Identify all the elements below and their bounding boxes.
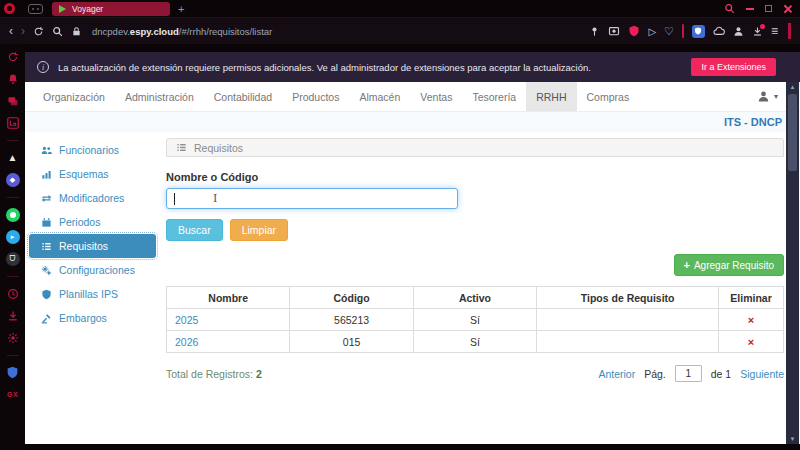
back-icon[interactable]: ‹ bbox=[9, 24, 13, 38]
table-header-row: NombreCódigoActivoTipos de RequisitoElim… bbox=[167, 287, 784, 309]
rail-divider bbox=[7, 197, 19, 198]
user-menu[interactable]: ▾ bbox=[757, 82, 778, 111]
send-icon[interactable]: ▷ bbox=[648, 26, 656, 37]
site-white-icon[interactable]: ▲ bbox=[5, 150, 20, 165]
cards-icon[interactable] bbox=[5, 93, 20, 108]
sidebar-item-embargos[interactable]: Embargos bbox=[29, 306, 156, 330]
edge-accent bbox=[788, 23, 791, 39]
discord-icon[interactable]: ᗜ bbox=[5, 251, 20, 266]
download-icon[interactable] bbox=[752, 26, 763, 37]
browser-tab[interactable]: Voyager bbox=[52, 2, 170, 16]
search-key-icon[interactable] bbox=[52, 26, 63, 37]
delete-x-icon[interactable]: × bbox=[719, 309, 784, 331]
menu-icon[interactable]: ≡ bbox=[771, 24, 778, 38]
gx-corner-icon[interactable] bbox=[5, 115, 20, 130]
minimize-icon[interactable] bbox=[746, 8, 754, 10]
search-icon[interactable] bbox=[724, 3, 735, 14]
notification-message: La actualización de extensión requiere p… bbox=[58, 62, 591, 73]
nombre-link[interactable]: 2025 bbox=[167, 309, 290, 331]
profile-icon[interactable] bbox=[733, 26, 744, 37]
sidebar-item-funcionarios[interactable]: Funcionarios bbox=[29, 138, 156, 162]
sidebar-item-esquemas[interactable]: Esquemas bbox=[29, 162, 156, 186]
list-icon bbox=[176, 142, 187, 153]
nombre-link[interactable]: 2026 bbox=[167, 331, 290, 353]
i-exchange-icon bbox=[41, 193, 52, 204]
browser-window: Voyager + ‹ › dncpdev.espy.cloud/#/rrhh/… bbox=[0, 0, 800, 450]
org-strip: ITS - DNCP bbox=[25, 112, 800, 132]
app-top-nav: OrganizaciónAdministraciónContabilidadPr… bbox=[25, 82, 800, 112]
tab-tiling-icon[interactable] bbox=[28, 4, 43, 14]
page-scrollbar[interactable]: ▲ ▼ bbox=[786, 82, 799, 444]
scrollbar-thumb[interactable] bbox=[788, 94, 797, 171]
scroll-down-icon[interactable]: ▼ bbox=[790, 434, 796, 444]
settings-icon[interactable] bbox=[5, 330, 20, 345]
panel-title: Requisitos bbox=[194, 142, 243, 154]
of-pages-label: de 1 bbox=[711, 368, 731, 380]
nav-tab-productos[interactable]: Productos bbox=[282, 82, 349, 111]
maximize-icon[interactable] bbox=[765, 5, 772, 12]
nav-tab-contabilidad[interactable]: Contabilidad bbox=[204, 82, 282, 111]
sidebar-item-planillas-ips[interactable]: Planillas IPS bbox=[29, 282, 156, 306]
nav-tab-administracion[interactable]: Administración bbox=[115, 82, 204, 111]
toolbar-divider bbox=[682, 24, 684, 38]
close-icon[interactable] bbox=[783, 4, 792, 13]
nav-tab-rrhh[interactable]: RRHH bbox=[526, 82, 576, 111]
forward-icon[interactable]: › bbox=[21, 24, 25, 38]
requisitos-table: NombreCódigoActivoTipos de RequisitoElim… bbox=[166, 286, 784, 353]
telegram-icon[interactable]: ▸ bbox=[5, 229, 20, 244]
text-caret bbox=[174, 193, 175, 205]
new-tab-button[interactable]: + bbox=[178, 4, 184, 14]
col-header-codigo: Código bbox=[290, 287, 413, 309]
sidebar-item-label: Embargos bbox=[59, 312, 107, 324]
extension-icon[interactable] bbox=[692, 25, 705, 38]
whatsapp-icon[interactable] bbox=[5, 207, 20, 222]
col-header-eliminar: Eliminar bbox=[719, 287, 784, 309]
search-field-label: Nombre o Código bbox=[166, 171, 784, 183]
table-row: 2025565213Sí× bbox=[167, 309, 784, 331]
downloads-icon[interactable] bbox=[5, 308, 20, 323]
pagination: Anterior Pág. de 1 Siguiente bbox=[598, 365, 784, 382]
rail-divider bbox=[7, 355, 19, 356]
sidebar-item-modificadores[interactable]: Modificadores bbox=[29, 186, 156, 210]
shield-ext-icon[interactable] bbox=[5, 365, 20, 380]
limpiar-button[interactable]: Limpiar bbox=[230, 219, 288, 241]
sidebar-item-label: Configuraciones bbox=[59, 264, 135, 276]
i-calendar-icon bbox=[41, 217, 52, 228]
buscar-button[interactable]: Buscar bbox=[166, 219, 223, 241]
vpn-badge-icon[interactable] bbox=[628, 25, 640, 37]
search-input[interactable]: I bbox=[166, 188, 458, 209]
bell-icon[interactable] bbox=[5, 71, 20, 86]
pin-icon[interactable] bbox=[589, 26, 600, 37]
reload-icon[interactable] bbox=[33, 26, 44, 37]
opera-logo-icon[interactable] bbox=[4, 3, 15, 14]
go-to-extensions-button[interactable]: Ir a Extensiones bbox=[691, 58, 776, 76]
nav-tab-almacen[interactable]: Almacén bbox=[349, 82, 410, 111]
tipos-cell bbox=[537, 309, 719, 331]
sidebar-item-periodos[interactable]: Periodos bbox=[29, 210, 156, 234]
nav-tab-organizacion[interactable]: Organización bbox=[33, 82, 115, 111]
gx-sidebar-rail: ▲◆▸ᗜGX bbox=[0, 44, 25, 450]
nav-tab-ventas[interactable]: Ventas bbox=[410, 82, 462, 111]
heart-icon[interactable]: ♡ bbox=[664, 25, 674, 38]
refresh-icon[interactable] bbox=[5, 49, 20, 64]
agregar-requisito-button[interactable]: + Agregar Requisito bbox=[674, 254, 784, 276]
nav-tab-compras[interactable]: Compras bbox=[577, 82, 640, 111]
url-text[interactable]: dncpdev.espy.cloud/#/rrhh/requisitos/lis… bbox=[92, 26, 272, 37]
site-purple-icon[interactable]: ◆ bbox=[5, 172, 20, 187]
scroll-up-icon[interactable]: ▲ bbox=[790, 82, 796, 92]
tipos-cell bbox=[537, 331, 719, 353]
lock-icon[interactable] bbox=[71, 26, 82, 37]
gx-logo-icon[interactable]: GX bbox=[5, 387, 20, 402]
snapshot-icon[interactable] bbox=[608, 25, 620, 37]
sidebar-item-configuraciones[interactable]: Configuraciones bbox=[29, 258, 156, 282]
page-number-input[interactable] bbox=[675, 365, 702, 382]
siguiente-link[interactable]: Siguiente bbox=[740, 368, 784, 380]
nav-tab-tesoreria[interactable]: Tesorería bbox=[462, 82, 526, 111]
delete-x-icon[interactable]: × bbox=[719, 331, 784, 353]
address-bar[interactable]: ‹ › dncpdev.espy.cloud/#/rrhh/requisitos… bbox=[0, 18, 800, 44]
anterior-link[interactable]: Anterior bbox=[598, 368, 635, 380]
org-label[interactable]: ITS - DNCP bbox=[724, 116, 782, 128]
cloud-icon[interactable] bbox=[713, 25, 725, 37]
sidebar-item-requisitos[interactable]: Requisitos bbox=[29, 234, 156, 258]
history-icon[interactable] bbox=[5, 286, 20, 301]
